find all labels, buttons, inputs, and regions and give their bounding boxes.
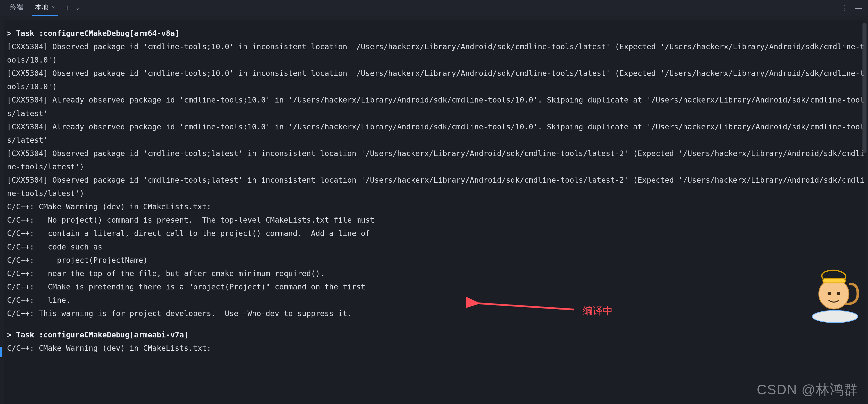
terminal-line: [CXX5304] Observed package id 'cmdline-t… — [5, 147, 867, 173]
terminal-line: C/C++: No project() command is present. … — [5, 213, 867, 227]
terminal-line: C/C++: near the top of the file, but aft… — [5, 267, 867, 280]
terminal-line: C/C++: CMake is pretending there is a "p… — [5, 280, 867, 293]
terminal-task-line: > Task :configureCMakeDebug[arm64-v8a] — [5, 27, 867, 40]
terminal-line — [5, 320, 867, 328]
overflow-menu-icon[interactable]: ⋮ — [841, 4, 848, 11]
terminal-line: [CXX5304] Already observed package id 'c… — [5, 120, 867, 147]
terminal-line: C/C++: line. — [5, 293, 867, 307]
terminal-panel: > Task :configureCMakeDebug[arm64-v8a][C… — [3, 20, 867, 404]
chevron-down-icon: ⌄ — [75, 5, 80, 11]
terminal-line: [CXX5304] Observed package id 'cmdline-t… — [5, 173, 867, 200]
tab-local[interactable]: 本地 × — [30, 1, 61, 15]
minimize-icon[interactable]: — — [855, 4, 862, 11]
tab-local-label: 本地 — [35, 3, 48, 11]
terminal-task-line: > Task :configureCMakeDebug[armeabi-v7a] — [5, 328, 867, 341]
terminal-line: C/C++: contain a literal, direct call to… — [5, 227, 867, 240]
terminal-line: C/C++: This warning is for project devel… — [5, 307, 867, 320]
tab-add-button[interactable]: + — [62, 3, 73, 13]
terminal-line: C/C++: CMake Warning (dev) in CMakeLists… — [5, 341, 867, 355]
scrollbar-thumb[interactable] — [863, 23, 867, 153]
terminal-line: C/C++: project(ProjectName) — [5, 253, 867, 267]
terminal-line: [CXX5304] Observed package id 'cmdline-t… — [5, 67, 867, 93]
terminal-line: [CXX5304] Observed package id 'cmdline-t… — [5, 40, 867, 67]
terminal-output[interactable]: > Task :configureCMakeDebug[arm64-v8a][C… — [3, 20, 867, 404]
plus-icon: + — [65, 4, 69, 12]
terminal-line: [CXX5304] Already observed package id 'c… — [5, 93, 867, 120]
tab-terminal[interactable]: 终端 — [4, 1, 29, 15]
tab-terminal-label: 终端 — [10, 3, 23, 11]
terminal-line: C/C++: code such as — [5, 240, 867, 253]
terminal-line: C/C++: CMake Warning (dev) in CMakeLists… — [5, 200, 867, 213]
tab-bar: 终端 本地 × + ⌄ ⋮ — — [0, 0, 868, 16]
tab-dropdown[interactable]: ⌄ — [73, 4, 82, 12]
titlebar-controls: ⋮ — — [841, 0, 862, 16]
active-line-indicator — [0, 347, 2, 357]
annotation-label: 编译中 — [583, 304, 613, 318]
close-icon[interactable]: × — [52, 4, 55, 10]
